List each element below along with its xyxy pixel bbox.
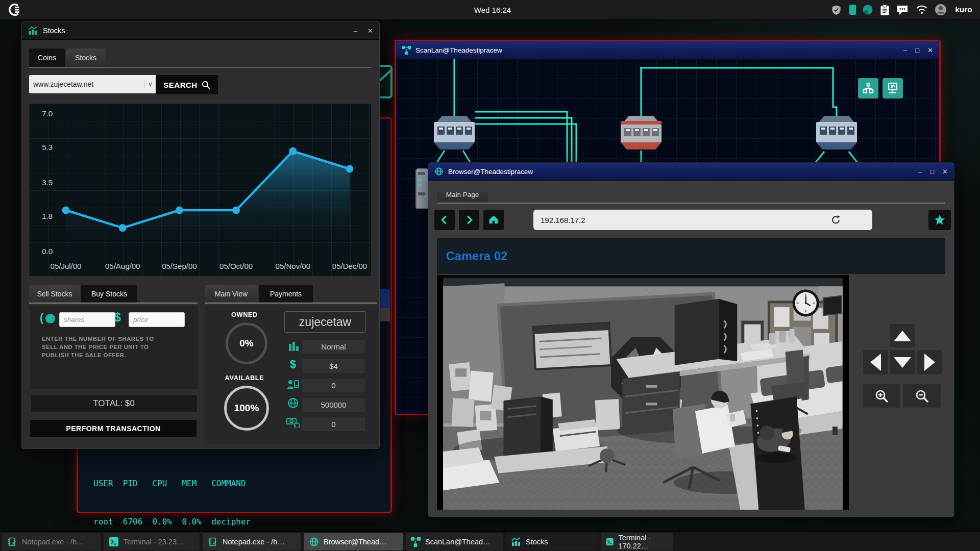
home-button[interactable] [483,210,504,230]
switch-device[interactable] [816,116,857,149]
tab-main-view[interactable]: Main View [205,285,258,303]
taskbar-item-browser[interactable]: Browser@Thead… [304,533,403,550]
home-icon [488,214,499,226]
tab-payments[interactable]: Payments [259,285,313,303]
pan-right-button[interactable] [917,349,942,375]
switch-device-alert[interactable] [621,116,662,149]
tab-label: Sell Stocks [37,290,72,298]
pan-up-button[interactable] [890,323,915,348]
browser-titlebar[interactable]: Browser@Theadestipracew – □ ✕ [428,163,954,181]
down-arrow-icon [894,357,911,368]
scanlan-icon [411,537,421,547]
window-title: Browser@Theadestipracew [448,168,533,176]
hidden-window-fragment [380,308,390,321]
search-button[interactable]: SEARCH [156,75,218,94]
close-button[interactable]: ✕ [368,27,373,35]
top-bar: Wed 16:24 kuro [0,0,980,20]
dollar-icon: $ [290,358,296,371]
taskbar-item-label: Notepad.exe - /h… [223,538,285,546]
price-chart[interactable]: 7.05.33.51.80.005/Jul/0005/Aug/0005/Sep/… [29,104,371,276]
tab-coins[interactable]: Coins [29,48,65,67]
phone-icon[interactable] [845,0,860,19]
address-bar[interactable] [533,210,872,230]
taskbar-item-notepad-1[interactable]: Notepad.exe - /h… [2,533,101,550]
wifi-icon[interactable] [914,0,930,19]
pan-left-button[interactable] [863,349,888,375]
minimize-button[interactable]: – [903,46,907,54]
resources-pie-icon[interactable] [861,0,875,19]
tab-label: Payments [270,290,302,298]
shareholders-icon [287,379,299,390]
tab-sell-stocks[interactable]: Sell Stocks [29,285,80,303]
tab-stocks[interactable]: Stocks [66,48,106,67]
close-button[interactable]: ✕ [942,168,948,176]
stocks-icon [28,26,38,36]
topology-view-button[interactable] [858,78,878,98]
chevron-left-icon [439,214,450,226]
username-text: kuro [955,5,972,14]
globe-icon [309,537,319,547]
stocks-titlebar[interactable]: Stocks – ✕ [22,22,379,40]
notepad-icon [208,537,218,547]
svg-text:05/Dec/00: 05/Dec/00 [332,262,367,270]
switch-device[interactable] [434,116,475,149]
coin-select[interactable]: www.zujecetaw.net ∨ [29,75,157,93]
minimize-button[interactable]: – [354,27,357,35]
price-input[interactable] [129,312,185,327]
tab-main-page[interactable]: Main Page [437,186,488,203]
symbol-box: zujecetaw [284,311,366,333]
camera-feed[interactable] [437,275,849,510]
sell-form: ( $ ENTER THE NUMBER OF SHARES TO SELL A… [29,306,199,389]
forward-button[interactable] [459,210,479,230]
tab-buy-stocks[interactable]: Buy Stocks [81,285,137,303]
security-status-icon[interactable] [829,0,843,19]
maximize-button[interactable]: □ [930,168,934,176]
taskbar: Notepad.exe - /h… Terminal - 23.23… Note… [0,531,980,551]
chat-icon[interactable] [894,0,911,19]
minimize-button[interactable]: – [918,168,922,176]
user-avatar[interactable] [933,0,948,19]
taskbar-item-scanlan[interactable]: ScanLan@Thead… [406,533,503,550]
os-logo[interactable] [5,0,26,19]
chevron-down-icon: ∨ [144,81,153,88]
missions-clipboard-icon[interactable] [877,0,892,19]
svg-text:3.5: 3.5 [42,178,53,187]
svg-text:5.3: 5.3 [42,143,53,152]
up-arrow-icon [894,331,911,341]
terminal-icon [606,537,614,547]
taskbar-item-stocks[interactable]: Stocks [506,533,598,550]
browser-window[interactable]: Browser@Theadestipracew – □ ✕ Main Page [428,162,954,517]
coin-select-value: www.zujecetaw.net [33,80,93,88]
terminal-icon [109,537,119,547]
tab-label: Coins [38,54,56,62]
username-label[interactable]: kuro [949,0,978,19]
svg-text:05/Jul/00: 05/Jul/00 [51,262,82,270]
bar-chart-icon [288,341,299,352]
left-arrow-icon [870,354,881,371]
available-ring: 100% [224,386,269,431]
taskbar-item-terminal-2[interactable]: Terminal - 170.22… [601,533,673,550]
perform-transaction-button[interactable]: PERFORM TRANSACTION [30,420,197,437]
shares-input[interactable] [59,312,115,327]
ip-view-button[interactable]: IP [883,78,903,98]
pan-down-button[interactable] [890,349,915,375]
bookmark-button[interactable] [928,210,951,230]
shareholders-value: 0 [302,379,365,392]
stocks-icon [511,537,521,547]
back-button[interactable] [434,210,455,230]
scanlan-titlebar[interactable]: ScanLan@Theadestipracew – □ ✕ [396,41,939,59]
camera-page-header: Camera 02 [437,238,945,274]
chevron-right-icon [463,214,475,226]
taskbar-item-notepad-2[interactable]: Notepad.exe - /h… [203,533,301,550]
trend-value: Normal [302,340,365,354]
zoom-out-button[interactable] [902,384,941,408]
zoom-in-button[interactable] [862,384,901,408]
server-device[interactable] [416,169,428,209]
stocks-window[interactable]: Stocks – ✕ Coins Stocks www.zujecetaw.ne… [21,21,380,449]
window-title: Stocks [43,27,65,35]
money-exchange-icon [286,416,300,428]
refresh-icon[interactable] [830,214,842,226]
maximize-button[interactable]: □ [915,46,919,54]
taskbar-item-terminal-1[interactable]: Terminal - 23.23… [104,533,200,550]
close-button[interactable]: ✕ [927,46,933,54]
